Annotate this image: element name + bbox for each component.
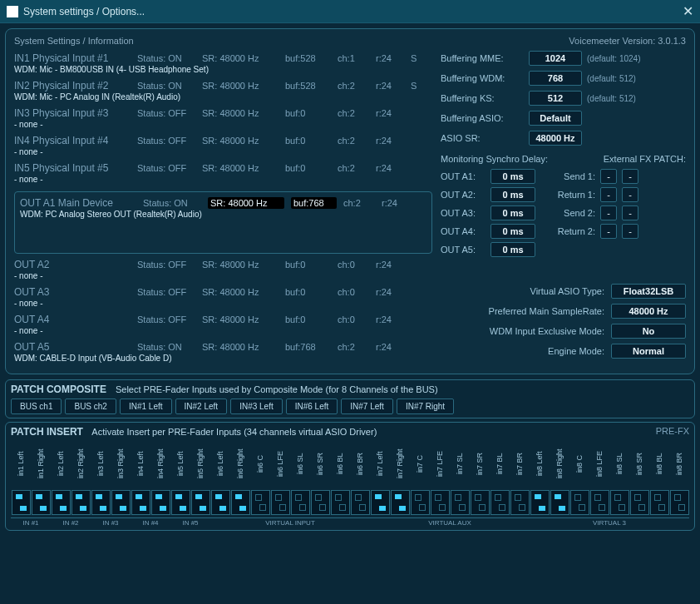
insert-toggle[interactable]: [411, 490, 430, 515]
insert-channel[interactable]: in6 BL: [330, 441, 350, 516]
insert-toggle[interactable]: [530, 490, 550, 515]
insert-channel[interactable]: in6 Left: [210, 441, 230, 516]
insert-channel[interactable]: in7 BL: [490, 441, 510, 516]
insert-toggle[interactable]: [331, 490, 350, 515]
insert-channel[interactable]: in8 SR: [629, 441, 649, 516]
insert-channel[interactable]: in6 LFE: [270, 441, 290, 516]
insert-toggle[interactable]: [151, 490, 170, 515]
fx-button[interactable]: -: [600, 187, 617, 202]
monitoring-value[interactable]: 0 ms: [490, 187, 535, 202]
patch-composite-button[interactable]: IN#7 Left: [341, 399, 393, 414]
insert-channel[interactable]: in8 Right: [550, 441, 569, 516]
io-row[interactable]: OUT A3 Status: OFF SR: 48000 Hz buf:0 ch…: [14, 285, 432, 312]
insert-toggle[interactable]: [211, 490, 230, 515]
insert-toggle[interactable]: [311, 490, 330, 515]
io-row[interactable]: OUT A1 Main Device Status: ON SR: 48000 …: [20, 196, 426, 223]
io-row[interactable]: OUT A2 Status: OFF SR: 48000 Hz buf:0 ch…: [14, 257, 432, 285]
insert-toggle[interactable]: [91, 490, 111, 515]
patch-composite-button[interactable]: IN#1 Left: [120, 399, 172, 414]
insert-toggle[interactable]: [231, 490, 250, 515]
patch-composite-button[interactable]: IN#6 Left: [286, 399, 338, 414]
insert-toggle[interactable]: [351, 490, 370, 515]
patch-composite-button[interactable]: BUS ch1: [11, 399, 62, 414]
insert-toggle[interactable]: [12, 490, 31, 515]
option-value[interactable]: Float32LSB: [611, 284, 686, 299]
insert-channel[interactable]: in8 LFE: [589, 441, 609, 516]
io-row[interactable]: OUT A5 Status: ON SR: 48000 Hz buf:768 c…: [14, 339, 432, 367]
insert-channel[interactable]: in7 Left: [370, 441, 390, 516]
insert-toggle[interactable]: [371, 490, 390, 515]
insert-toggle[interactable]: [510, 490, 530, 515]
buffering-value[interactable]: 1024: [529, 51, 582, 66]
insert-toggle[interactable]: [431, 490, 450, 515]
insert-channel[interactable]: in3 Left: [91, 441, 111, 516]
fx-button[interactable]: -: [600, 205, 617, 220]
insert-channel[interactable]: in3 Right: [111, 441, 131, 516]
fx-button[interactable]: -: [600, 169, 617, 184]
insert-toggle[interactable]: [171, 490, 190, 515]
insert-channel[interactable]: in8 BL: [649, 441, 669, 516]
insert-channel[interactable]: in2 Left: [51, 441, 71, 516]
insert-toggle[interactable]: [490, 490, 510, 515]
close-icon[interactable]: ✕: [683, 3, 693, 19]
insert-toggle[interactable]: [111, 490, 131, 515]
insert-channel[interactable]: in8 C: [569, 441, 589, 516]
insert-toggle[interactable]: [271, 490, 290, 515]
monitoring-value[interactable]: 0 ms: [490, 242, 535, 257]
insert-channel[interactable]: in7 BR: [510, 441, 530, 516]
insert-toggle[interactable]: [451, 490, 470, 515]
insert-channel[interactable]: in4 Left: [131, 441, 150, 516]
io-row[interactable]: IN5 Physical Input #5 Status: OFF SR: 48…: [14, 161, 432, 188]
insert-channel[interactable]: in6 C: [250, 441, 270, 516]
patch-composite-button[interactable]: IN#2 Left: [175, 399, 228, 414]
insert-toggle[interactable]: [670, 490, 689, 515]
patch-composite-button[interactable]: IN#3 Left: [230, 399, 283, 414]
option-value[interactable]: Normal: [611, 344, 686, 359]
io-row[interactable]: IN4 Physical Input #4 Status: OFF SR: 48…: [14, 133, 432, 161]
insert-channel[interactable]: in4 Right: [150, 441, 170, 516]
buffering-value[interactable]: 768: [529, 71, 582, 86]
insert-channel[interactable]: in6 SR: [310, 441, 330, 516]
insert-toggle[interactable]: [650, 490, 669, 515]
insert-toggle[interactable]: [471, 490, 490, 515]
io-row[interactable]: OUT A4 Status: OFF SR: 48000 Hz buf:0 ch…: [14, 312, 432, 339]
option-value[interactable]: 48000 Hz: [611, 304, 686, 319]
insert-toggle[interactable]: [570, 490, 589, 515]
monitoring-value[interactable]: 0 ms: [490, 224, 535, 239]
fx-button[interactable]: -: [622, 205, 638, 220]
monitoring-value[interactable]: 0 ms: [490, 169, 535, 184]
insert-channel[interactable]: in8 SL: [609, 441, 629, 516]
insert-toggle[interactable]: [52, 490, 71, 515]
insert-channel[interactable]: in8 BR: [669, 441, 689, 516]
monitoring-value[interactable]: 0 ms: [490, 205, 535, 220]
insert-channel[interactable]: in7 SR: [470, 441, 490, 516]
insert-toggle[interactable]: [71, 490, 91, 515]
insert-channel[interactable]: in7 C: [410, 441, 430, 516]
insert-channel[interactable]: in7 SL: [450, 441, 470, 516]
insert-channel[interactable]: in1 Left: [11, 441, 31, 516]
insert-toggle[interactable]: [251, 490, 270, 515]
insert-channel[interactable]: in5 Left: [170, 441, 190, 516]
io-row[interactable]: IN3 Physical Input #3 Status: OFF SR: 48…: [14, 106, 432, 133]
fx-button[interactable]: -: [600, 224, 617, 239]
fx-button[interactable]: -: [622, 187, 638, 202]
insert-channel[interactable]: in6 BR: [350, 441, 370, 516]
insert-channel[interactable]: in7 LFE: [430, 441, 450, 516]
fx-button[interactable]: -: [622, 169, 638, 184]
buffering-value[interactable]: Default: [529, 111, 582, 126]
insert-toggle[interactable]: [610, 490, 629, 515]
option-value[interactable]: No: [611, 324, 686, 339]
insert-toggle[interactable]: [391, 490, 410, 515]
buffering-value[interactable]: 512: [529, 91, 582, 106]
insert-toggle[interactable]: [32, 490, 51, 515]
insert-channel[interactable]: in5 Right: [190, 441, 210, 516]
out-a1-box[interactable]: OUT A1 Main Device Status: ON SR: 48000 …: [14, 191, 432, 254]
buffering-value[interactable]: 48000 Hz: [529, 131, 582, 146]
insert-channel[interactable]: in6 SL: [290, 441, 310, 516]
insert-channel[interactable]: in6 Right: [230, 441, 250, 516]
insert-toggle[interactable]: [590, 490, 609, 515]
patch-composite-button[interactable]: IN#7 Right: [397, 399, 454, 414]
io-row[interactable]: IN1 Physical Input #1 Status: ON SR: 480…: [14, 51, 432, 78]
io-row[interactable]: IN2 Physical Input #2 Status: ON SR: 480…: [14, 78, 432, 106]
insert-toggle[interactable]: [191, 490, 210, 515]
